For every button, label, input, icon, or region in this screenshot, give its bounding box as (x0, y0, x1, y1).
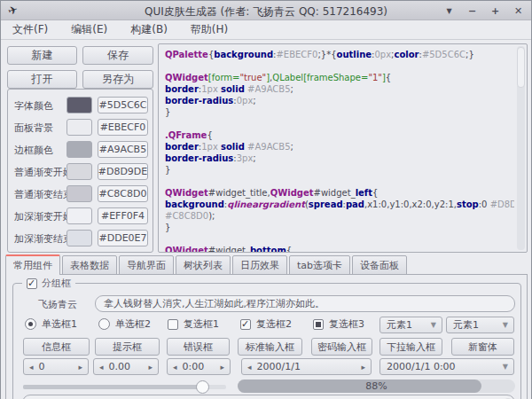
checkbox-checked-icon[interactable] (240, 319, 251, 330)
demo-textarea[interactable]: 拿人钱财替人消灾,人生江湖如此,程序江湖亦如此。 (22, 395, 515, 399)
groupbox-title[interactable]: 分组框 (22, 277, 75, 290)
radio-2[interactable]: 单选框2 (98, 317, 151, 331)
window-controls: ▼ − + ✕ (443, 1, 524, 20)
int-spinbox[interactable]: ◂ 0 ▸ (23, 358, 89, 375)
hex-value-input[interactable]: #D8D9DE (98, 163, 148, 180)
time-spinbox[interactable]: ◂ 0:00 ▸ (167, 358, 231, 375)
menu-edit[interactable]: 编辑(E) (59, 20, 119, 39)
datetime-picker[interactable]: 2000/1/1 0:00 ▼ (379, 358, 514, 375)
combo-2[interactable]: 元素1 ▼ (446, 317, 514, 333)
new-window-button[interactable]: 新窗体 (451, 338, 514, 356)
slider-fill (23, 385, 202, 389)
palette-row: 加深渐变开始 #EFF0F4 (8, 207, 153, 225)
checkbox-2[interactable]: 复选框2 (240, 317, 292, 331)
password-input-button[interactable]: 密码输入框 (311, 338, 372, 356)
color-label: 加深渐变结束 (14, 232, 73, 246)
tab-common-widgets[interactable]: 常用组件 (5, 254, 60, 275)
editor-scrollbar[interactable] (517, 46, 525, 250)
color-label: 字体颜色 (14, 99, 53, 113)
save-button[interactable]: 保存 (82, 46, 153, 65)
palette-row: 字体颜色 #5D5C6C (8, 97, 153, 114)
radio-1[interactable]: 单选框1 (25, 317, 77, 331)
color-swatch[interactable] (66, 230, 92, 246)
combo-1[interactable]: 元素1 ▼ (379, 317, 442, 333)
spin-right-arrow-icon[interactable]: ▸ (215, 363, 230, 372)
tab-table-data[interactable]: 表格数据 (62, 255, 117, 275)
spin-left-arrow-icon[interactable]: ◂ (94, 363, 109, 372)
checkbox-1[interactable]: 复选框1 (168, 317, 219, 331)
color-swatch[interactable] (66, 119, 92, 136)
color-swatch[interactable] (66, 97, 92, 113)
color-label: 面板背景 (14, 121, 53, 135)
spin-left-arrow-icon[interactable]: ◂ (168, 363, 183, 372)
tab-device-panel[interactable]: 设备面板 (352, 255, 407, 275)
tip-dialog-button[interactable]: 提示框 (95, 338, 160, 356)
spin-right-arrow-icon[interactable]: ▸ (73, 363, 88, 372)
chevron-down-icon: ▼ (431, 321, 436, 329)
palette-row: 普通渐变结束 #C8C8D0 (8, 185, 153, 203)
combo-1-value: 元素1 (387, 318, 431, 332)
menu-file[interactable]: 文件(F) (1, 20, 59, 39)
checkbox-3[interactable]: 复选框3 (313, 317, 364, 331)
save-as-button[interactable]: 另存为 (82, 70, 153, 89)
spin-left-arrow-icon[interactable]: ◂ (24, 363, 39, 372)
hex-value-input[interactable]: #A9ACB5 (98, 141, 148, 158)
spin-right-arrow-icon[interactable]: ▸ (143, 363, 158, 372)
checkbox-unchecked-icon[interactable] (168, 319, 178, 330)
hex-value-input[interactable]: #5D5C6C (98, 97, 148, 113)
color-swatch[interactable] (66, 141, 92, 158)
qss-editor-code[interactable]: QPalette{background:#EBECF0;}*{outline:0… (165, 49, 514, 253)
double-spinbox[interactable]: ◂ 0.00 ▸ (93, 358, 159, 375)
hex-value-input[interactable]: #C8C8D0 (98, 185, 148, 202)
palette-row: 面板背景 #EBECF0 (8, 119, 153, 137)
qss-editor[interactable]: QPalette{background:#EBECF0;}*{outline:0… (158, 43, 528, 253)
radio-unchecked-icon[interactable] (98, 318, 110, 330)
tab-navigation[interactable]: 导航界面 (119, 255, 174, 275)
color-swatch[interactable] (66, 163, 92, 180)
palette-row: 普通渐变开始 #D8D9DE (8, 163, 153, 181)
date-spinbox[interactable]: ◂ 2000/1/1 ▸ (241, 358, 372, 375)
open-button[interactable]: 打开 (7, 70, 77, 89)
hex-value-input[interactable]: #EFF0F4 (98, 207, 148, 224)
tab-calendar[interactable]: 日历效果 (232, 255, 287, 275)
maximize-icon[interactable]: + (489, 5, 501, 17)
horizontal-slider[interactable] (23, 379, 226, 394)
hex-value-input[interactable]: #EBECF0 (98, 119, 148, 136)
tab-tab-control[interactable]: tab选项卡 (289, 255, 350, 275)
double-spinbox-value: 0.00 (109, 361, 144, 372)
color-label: 普通渐变结束 (14, 188, 73, 201)
color-swatch[interactable] (66, 185, 92, 202)
groupbox-checkbox-icon[interactable] (27, 278, 37, 289)
dropdown-input-button[interactable]: 下拉输入框 (379, 338, 442, 356)
spin-left-arrow-icon[interactable]: ◂ (242, 363, 257, 372)
menu-help[interactable]: 帮助(H) (179, 20, 239, 39)
standard-input-button[interactable]: 标准输入框 (238, 338, 302, 356)
palette-row: 加深渐变结束 #DDE0E7 (8, 230, 153, 247)
tab-tree-list[interactable]: 树状列表 (176, 255, 231, 275)
menu-build[interactable]: 构建(B) (119, 20, 179, 39)
new-button[interactable]: 新建 (7, 46, 77, 65)
slider-handle[interactable] (196, 380, 209, 394)
info-dialog-button[interactable]: 信息框 (23, 338, 90, 356)
checkbox-partial-icon[interactable] (313, 319, 324, 330)
editor-scrollbar-thumb[interactable] (517, 47, 525, 88)
quote-input[interactable]: 拿人钱财替人消灾,人生江湖如此,程序江湖亦如此。 (95, 295, 515, 312)
spin-right-arrow-icon[interactable]: ▸ (356, 363, 371, 372)
skin-menu-icon[interactable]: ▼ (443, 7, 455, 15)
error-dialog-button[interactable]: 错误框 (167, 338, 230, 356)
tab-content-panel: 分组框 飞扬青云 拿人钱财替人消灾,人生江湖如此,程序江湖亦如此。 单选框1 单… (5, 274, 528, 399)
datetime-value: 2000/1/1 0:00 (387, 361, 503, 372)
int-spinbox-value: 0 (39, 361, 74, 372)
title-bar[interactable]: ✈ QUI皮肤生成器 (作者: 飞扬青云 QQ: 517216493) ▼ − … (1, 1, 531, 20)
close-icon[interactable]: ✕ (512, 5, 524, 17)
color-label: 加深渐变开始 (14, 210, 73, 223)
radio-checked-icon[interactable] (25, 318, 36, 330)
menu-bar: 文件(F) 编辑(E) 构建(B) 帮助(H) (1, 20, 531, 40)
hex-value-input[interactable]: #DDE0E7 (98, 230, 148, 246)
chevron-down-icon: ▼ (503, 363, 508, 371)
color-swatch[interactable] (66, 207, 92, 224)
minimize-icon[interactable]: − (466, 5, 478, 17)
time-spinbox-value: 0:00 (183, 361, 215, 372)
checkbox-2-label: 复选框2 (256, 317, 292, 331)
date-spinbox-value: 2000/1/1 (257, 361, 356, 372)
